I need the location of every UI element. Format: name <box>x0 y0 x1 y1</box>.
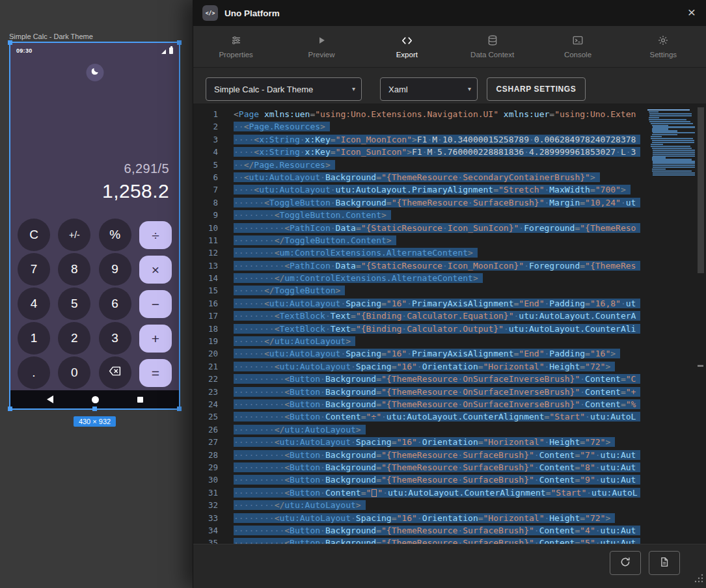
key-×[interactable]: × <box>139 256 172 284</box>
tab-data-context[interactable]: Data Context <box>450 26 535 67</box>
code-line[interactable]: ··········<Button·Content="÷"·utu:AutoLa… <box>234 410 640 423</box>
selection-handle-bottom-left[interactable] <box>8 407 12 411</box>
line-number[interactable]: 34 <box>193 524 222 537</box>
code-line[interactable]: ······</ToggleButton> <box>234 284 640 297</box>
line-number[interactable]: 19 <box>193 335 222 347</box>
line-number[interactable]: 4 <box>193 146 222 158</box>
scrollbar-thumb[interactable] <box>698 107 704 273</box>
line-number[interactable]: 20 <box>193 347 222 360</box>
code-line[interactable]: ··········<PathIcon·Data="{StaticResourc… <box>234 260 640 272</box>
key-6[interactable]: 6 <box>99 287 131 320</box>
code-line[interactable]: ····<x:String·x:Key="Icon_MoonIcon">F1·M… <box>234 133 640 146</box>
code-line[interactable]: ······<utu:AutoLayout·Spacing="16"·Prima… <box>234 347 640 360</box>
line-number[interactable]: 32 <box>193 499 222 511</box>
line-number[interactable]: 33 <box>193 512 222 524</box>
selection-handle-bottom-center[interactable] <box>92 407 97 411</box>
export-file-button[interactable] <box>649 551 680 575</box>
selection-handle-top-left[interactable] <box>8 40 12 45</box>
line-number[interactable]: 15 <box>193 284 222 297</box>
line-number[interactable]: 27 <box>193 436 222 448</box>
tab-console[interactable]: Console <box>535 26 620 67</box>
key-C[interactable]: C <box>18 219 50 251</box>
tab-preview[interactable]: Preview <box>278 26 364 67</box>
line-number[interactable]: 23 <box>193 386 222 398</box>
csharp-settings-button[interactable]: CSHARP SETTINGS <box>487 77 586 101</box>
code-line[interactable]: ··<utu:AutoLayout·Background="{ThemeReso… <box>234 171 640 183</box>
code-line[interactable]: ··</Page.Resources> <box>234 159 640 171</box>
line-number[interactable]: 7 <box>193 183 222 196</box>
tab-properties[interactable]: Properties <box>193 26 278 67</box>
code-line[interactable]: ······<ToggleButton·Background="{ThemeRe… <box>234 196 640 209</box>
code-line[interactable]: ··········<Button·Background="{ThemeReso… <box>234 537 640 544</box>
code-line[interactable]: ········<TextBlock·Text="{Binding·Calcul… <box>234 323 640 335</box>
resize-grip[interactable] <box>694 573 704 586</box>
line-number[interactable]: 25 <box>193 410 222 423</box>
key-3[interactable]: 3 <box>99 322 131 354</box>
code-line[interactable]: ··········<Button·Background="{ThemeReso… <box>234 398 640 410</box>
line-number[interactable]: 12 <box>193 247 222 259</box>
code-line[interactable]: ··········<Button·Background="{ThemeReso… <box>234 474 640 486</box>
page-selector-dropdown[interactable]: Simple Calc - Dark Theme ▾ <box>206 77 362 101</box>
code-line[interactable]: ··········<Button·Background="{ThemeReso… <box>234 524 640 537</box>
line-number[interactable]: 6 <box>193 171 222 183</box>
key-backspace[interactable] <box>99 356 131 389</box>
line-number[interactable]: 35 <box>193 537 222 544</box>
code-line[interactable]: ········</utu:AutoLayout> <box>234 423 640 436</box>
key-8[interactable]: 8 <box>58 253 90 286</box>
vertical-scrollbar[interactable] <box>696 103 706 544</box>
line-number[interactable]: 9 <box>193 209 222 221</box>
line-number[interactable]: 16 <box>193 297 222 310</box>
line-number[interactable]: 1 <box>193 108 222 120</box>
line-number[interactable]: 10 <box>193 222 222 234</box>
code-line[interactable]: ········</um:ControlExtensions.Alternate… <box>234 272 640 284</box>
code-line[interactable]: ········<um:ControlExtensions.AlternateC… <box>234 247 640 259</box>
key-0[interactable]: 0 <box>58 356 90 389</box>
code-line[interactable]: ··········<Button·Background="{ThemeReso… <box>234 461 640 474</box>
line-number[interactable]: 24 <box>193 398 222 410</box>
line-number[interactable]: 5 <box>193 159 222 171</box>
code-line[interactable]: ········</ToggleButton.Content> <box>234 234 640 247</box>
key-.[interactable]: . <box>18 356 50 389</box>
code-line[interactable]: ········<TextBlock·Text="{Binding·Calcul… <box>234 310 640 322</box>
code-line[interactable]: ··········<Button·Background="{ThemeReso… <box>234 373 640 385</box>
code-line[interactable]: ········<utu:AutoLayout·Spacing="16"·Ori… <box>234 436 640 448</box>
key-4[interactable]: 4 <box>18 287 50 320</box>
key-+/-[interactable]: +/- <box>58 219 90 251</box>
code-line[interactable]: ····<utu:AutoLayout·utu:AutoLayout.Prima… <box>234 183 640 196</box>
line-number[interactable]: 31 <box>193 487 222 499</box>
tab-export[interactable]: Export <box>364 26 450 67</box>
key-9[interactable]: 9 <box>99 253 131 286</box>
code-line[interactable]: ··<Page.Resources> <box>234 120 640 133</box>
code-line[interactable]: ········</utu:AutoLayout> <box>234 499 640 511</box>
code-line[interactable]: ····<x:String·x:Key="Icon_SunIcon">F1·M·… <box>234 146 640 158</box>
code-line[interactable]: <Page xmlns:uen="using:Uno.Extensions.Na… <box>234 108 640 120</box>
line-number[interactable]: 11 <box>193 234 222 247</box>
line-number[interactable]: 14 <box>193 272 222 284</box>
key-−[interactable]: − <box>139 290 172 318</box>
key-÷[interactable]: ÷ <box>139 221 172 249</box>
line-number[interactable]: 8 <box>193 196 222 209</box>
key-7[interactable]: 7 <box>18 253 50 286</box>
home-icon[interactable] <box>92 396 99 403</box>
code-line[interactable]: ··········<Button·Content=""·utu:AutoLay… <box>234 487 640 499</box>
code-editor[interactable]: 1234567891011121314151617181920212223242… <box>193 103 706 544</box>
selection-handle-bottom-right[interactable] <box>177 407 182 411</box>
code-line[interactable]: ········<ToggleButton.Content> <box>234 209 640 221</box>
line-number[interactable]: 21 <box>193 360 222 373</box>
code-line[interactable]: ··········<Button·Background="{ThemeReso… <box>234 449 640 461</box>
recents-icon[interactable] <box>137 397 143 403</box>
key-=[interactable]: = <box>139 359 172 387</box>
format-selector-dropdown[interactable]: Xaml ▾ <box>380 77 478 101</box>
code-line[interactable]: ··········<PathIcon·Data="{StaticResourc… <box>234 222 640 234</box>
code-line[interactable]: ······</utu:AutoLayout> <box>234 335 640 347</box>
line-number[interactable]: 3 <box>193 133 222 146</box>
code-line[interactable]: ········<utu:AutoLayout·Spacing="16"·Ori… <box>234 512 640 524</box>
key-+[interactable]: + <box>139 325 172 353</box>
line-number[interactable]: 2 <box>193 120 222 133</box>
tab-settings[interactable]: Settings <box>621 26 706 67</box>
line-number[interactable]: 29 <box>193 461 222 474</box>
theme-toggle-button[interactable] <box>86 64 103 81</box>
close-icon[interactable]: × <box>688 5 696 19</box>
code-content[interactable]: <Page xmlns:uen="using:Uno.Extensions.Na… <box>234 108 640 544</box>
code-line[interactable]: ··········<Button·Background="{ThemeReso… <box>234 386 640 398</box>
